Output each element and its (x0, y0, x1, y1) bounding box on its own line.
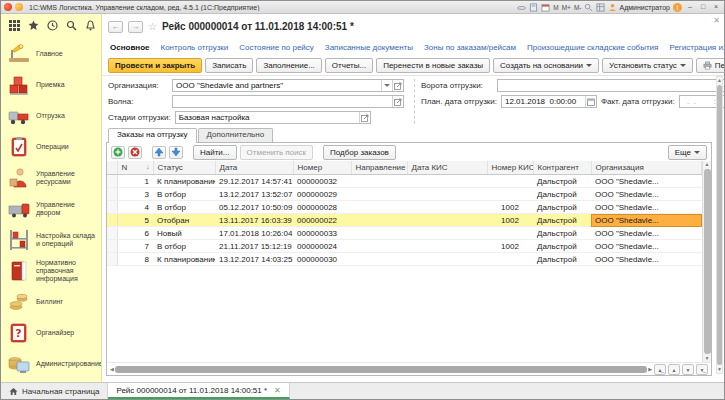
cell-number[interactable]: 000000032 (293, 175, 351, 188)
create-based-on-button[interactable]: Создать на основании (493, 58, 599, 73)
cell-number[interactable]: 000000022 (293, 214, 351, 227)
cell-date[interactable]: 13.12.2017 13:52:07 (215, 188, 293, 201)
cell-status[interactable]: В отбор (153, 188, 215, 201)
cell-date_kis[interactable] (407, 214, 487, 227)
cell-direction[interactable] (351, 253, 407, 266)
choose-from-list-icon[interactable] (381, 80, 392, 91)
set-status-button[interactable]: Установить статус (602, 58, 693, 73)
tab-shipping-control[interactable]: Контроль отгрузки (160, 43, 228, 52)
scroll-right-icon[interactable]: ▶ (648, 366, 652, 372)
delete-row-icon[interactable] (128, 146, 142, 159)
document-window-tab[interactable]: Рейс 000000014 от 11.01.2018 14:00:51 * … (108, 383, 289, 399)
cell-number_kis[interactable] (487, 227, 533, 240)
page-up-button[interactable]: ▲ (668, 364, 680, 375)
plan-ship-date-field[interactable]: 12.01.2018 0:00:00 (501, 95, 597, 108)
maximize-icon[interactable]: □ (698, 3, 708, 12)
shipping-stages-field[interactable]: Базовая настройка (175, 111, 371, 124)
organization-field[interactable]: ООО "Shedavle and partners" (172, 79, 404, 92)
column-header-status[interactable]: Статус (153, 161, 215, 175)
home-page-tab[interactable]: Начальная страница (1, 383, 108, 399)
cell-direction[interactable] (351, 188, 407, 201)
cell-status[interactable]: В отбор (153, 201, 215, 214)
search-icon[interactable] (66, 20, 77, 31)
scroll-down-icon[interactable]: ▼ (705, 355, 710, 362)
go-first-row-button[interactable]: ▲̲ (654, 364, 666, 375)
cell-date[interactable]: 21.11.2017 15:12:19 (215, 240, 293, 253)
cell-n[interactable]: 6 (117, 227, 153, 240)
tab-change-log[interactable]: Регистрация изменений (669, 43, 724, 52)
tab-shipping-orders[interactable]: Заказы на отгрузку (108, 128, 197, 143)
tab-zones[interactable]: Зоны по заказам/рейсам (424, 43, 516, 52)
notifications-icon[interactable] (85, 20, 96, 31)
order-row[interactable]: 4В отбор05.12.2017 10:50:090000000281002… (107, 201, 702, 214)
order-row[interactable]: 5Отобран13.11.2017 16:03:390000000221002… (107, 214, 702, 227)
cell-number[interactable]: 000000029 (293, 188, 351, 201)
cell-organization[interactable]: ООО "Shedavle... (591, 175, 702, 188)
go-last-row-button[interactable]: ▼̲ (696, 364, 708, 375)
cell-direction[interactable] (351, 240, 407, 253)
shipping-gates-field[interactable] (497, 79, 725, 92)
back-button[interactable]: ← (108, 21, 123, 33)
cell-organization[interactable]: ООО "Shedavle... (591, 214, 702, 227)
open-icon[interactable] (392, 80, 403, 91)
column-header-number[interactable]: Номер (293, 161, 351, 175)
sidebar-item-yard[interactable]: Управление двором (7, 197, 97, 221)
cell-date[interactable]: 13.12.2017 14:03:25 (215, 253, 293, 266)
cell-counterparty[interactable]: Дальстрой (533, 253, 591, 266)
cell-organization[interactable]: ООО "Shedavle... (591, 227, 702, 240)
cell-number_kis[interactable] (487, 175, 533, 188)
history-icon[interactable] (47, 20, 58, 31)
tab-recorded-documents[interactable]: Записанные документы (325, 43, 413, 52)
cell-date_kis[interactable] (407, 188, 487, 201)
scroll-up-icon[interactable]: ▲ (705, 161, 710, 168)
cell-counterparty[interactable]: Дальстрой (533, 201, 591, 214)
cell-number[interactable]: 000000024 (293, 240, 351, 253)
tab-warehouse-events[interactable]: Произошедшие складские события (527, 43, 658, 52)
cell-direction[interactable] (351, 227, 407, 240)
favorite-star-icon[interactable]: ☆ (148, 21, 157, 32)
zoom-icon[interactable] (584, 3, 593, 12)
fill-button[interactable]: Заполнение... (256, 58, 321, 73)
sidebar-item-resources[interactable]: Управление ресурсами (7, 166, 97, 190)
cell-number[interactable]: 000000028 (293, 201, 351, 214)
cell-n[interactable]: 8 (117, 253, 153, 266)
column-header-organization[interactable]: Организация (591, 161, 702, 175)
close-tab-icon[interactable]: ✕ (274, 386, 281, 395)
cell-counterparty[interactable]: Дальстрой (533, 240, 591, 253)
cell-counterparty[interactable]: Дальстрой (533, 227, 591, 240)
cell-n[interactable]: 5 (117, 214, 153, 227)
cell-number[interactable]: 000000030 (293, 253, 351, 266)
scroll-left-icon[interactable]: ◀ (110, 366, 114, 372)
form-vertical-scrollbar[interactable]: ▲ ▼ (716, 76, 723, 374)
user-menu[interactable]: Администратор (608, 3, 670, 12)
cell-organization[interactable]: ООО "Shedavle... (591, 201, 702, 214)
scroll-up-icon[interactable]: ▲ (717, 77, 722, 84)
cell-direction[interactable] (351, 214, 407, 227)
scroll-down-icon[interactable]: ▼ (717, 366, 722, 373)
cell-number_kis[interactable] (487, 253, 533, 266)
cell-date[interactable]: 05.12.2017 10:50:09 (215, 201, 293, 214)
order-row[interactable]: 3В отбор13.12.2017 13:52:07000000029Даль… (107, 188, 702, 201)
find-button[interactable]: Найти... (193, 145, 237, 160)
post-and-close-button[interactable]: Провести и закрыть (108, 58, 202, 73)
print-button[interactable]: Печать (696, 58, 725, 73)
cell-n[interactable]: 1 (117, 175, 153, 188)
cell-number[interactable]: 000000033 (293, 227, 351, 240)
scrollbar-thumb[interactable] (115, 366, 647, 373)
cell-date[interactable]: 13.11.2017 16:03:39 (215, 214, 293, 227)
sidebar-item-administration[interactable]: Администрирование (7, 352, 97, 376)
orders-horizontal-scrollbar[interactable]: ◀ ▶ (110, 365, 652, 373)
minimize-icon[interactable]: – (685, 3, 695, 12)
cell-organization[interactable]: ООО "Shedavle... (591, 240, 702, 253)
tab-additional[interactable]: Дополнительно (198, 128, 274, 143)
cell-date_kis[interactable] (407, 253, 487, 266)
link-icon[interactable] (517, 3, 526, 12)
open-icon[interactable] (392, 96, 403, 107)
order-row[interactable]: 7В отбор21.11.2017 15:12:190000000241002… (107, 240, 702, 253)
sidebar-item-main[interactable]: Главное (7, 42, 97, 66)
favorites-icon[interactable] (28, 20, 39, 31)
sidebar-item-operations[interactable]: Операции (7, 135, 97, 159)
calendar-icon[interactable] (585, 96, 596, 107)
memory-m-minus-button[interactable]: M- (574, 4, 582, 11)
sidebar-item-shipping[interactable]: Отгрузка (7, 104, 97, 128)
